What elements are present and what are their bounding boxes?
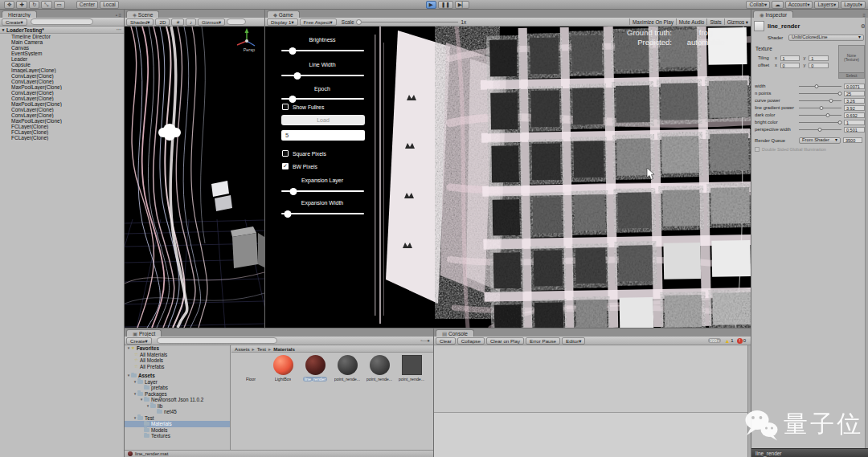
slider-knob[interactable] (289, 96, 297, 103)
account-button[interactable]: Account ▾ (785, 1, 813, 9)
aspect-dropdown[interactable]: Free Aspect ▾ (300, 18, 337, 26)
layout-button[interactable]: Layout ▾ (841, 1, 866, 9)
shader-dropdown[interactable]: Unlit/ColoredLine▾ (788, 35, 864, 41)
tree-item[interactable]: prefabs (125, 385, 230, 391)
tree-item[interactable]: ▾Test (125, 415, 230, 422)
cloud-icon[interactable]: ☁ (772, 1, 784, 9)
hierarchy-item[interactable]: MaxPoolLayer(Clone) (0, 84, 124, 90)
asset-point-render-1[interactable]: point_rende... (331, 355, 363, 382)
layers-button[interactable]: Layers ▾ (814, 1, 839, 9)
checkbox-icon[interactable] (282, 104, 289, 110)
dark-color-slider[interactable] (799, 112, 841, 118)
scene-search-input[interactable] (227, 18, 246, 25)
tab-scene[interactable]: ◈ Scene (126, 10, 159, 18)
space-button[interactable]: Local (100, 1, 119, 9)
slider-knob[interactable] (293, 72, 301, 80)
tree-item[interactable]: net45 (125, 409, 230, 415)
display-dropdown[interactable]: Display 1 ▾ (267, 18, 298, 26)
console-error-pause-button[interactable]: Error Pause (526, 337, 560, 345)
tree-item[interactable]: ▾lib (125, 403, 230, 410)
render-queue-value-field[interactable]: 3500 (843, 137, 862, 143)
scene-options-icon[interactable]: ⋯ (117, 27, 122, 33)
asset-line-render[interactable]: line_render (299, 355, 331, 382)
load-button[interactable]: Load (281, 115, 365, 125)
rotate-tool-icon[interactable]: ↻ (29, 1, 39, 9)
brightness-slider[interactable] (281, 50, 364, 51)
scene-header-row[interactable]: ▾ LoaderTesting* ⋯ (0, 27, 124, 34)
slider-knob[interactable] (290, 188, 297, 195)
show-fullres-checkbox[interactable]: Show Fullres (282, 104, 324, 110)
slider-knob[interactable] (285, 210, 292, 218)
asset-point-render-3[interactable]: point_rende... (395, 355, 428, 382)
bw-pixels-checkbox[interactable]: ✓ BW Pixels (282, 163, 317, 169)
tiling-y-field[interactable]: 1 (809, 55, 829, 61)
game-viewport[interactable]: Brightness Line Width Epoch Show Fullres… (265, 27, 751, 328)
tab-hierarchy[interactable]: Hierarchy (2, 10, 37, 18)
perspective-width-value-field[interactable]: 0.501 (844, 127, 865, 133)
mute-audio-button[interactable]: Mute Audio (679, 19, 705, 25)
hierarchy-item[interactable]: Canvas (0, 45, 124, 51)
persp-label[interactable]: Persp (244, 47, 255, 52)
hierarchy-item[interactable]: ConvLayer(Clone) (0, 79, 124, 84)
dark-color-value-field[interactable]: 0.692 (844, 112, 865, 118)
project-search-input[interactable] (157, 337, 277, 344)
asset-point-render-2[interactable]: point_rende... (363, 355, 395, 382)
epoch-input[interactable]: 5 (281, 130, 365, 141)
width-slider[interactable] (799, 83, 841, 89)
inspector-scrollbar[interactable] (865, 18, 868, 448)
texture-slot[interactable]: None (Texture) Select (838, 45, 865, 79)
project-create-button[interactable]: Create ▾ (126, 337, 152, 345)
console-clear-button[interactable]: Clear (436, 337, 456, 345)
2d-toggle[interactable]: 2D (155, 18, 170, 26)
width-value-field[interactable]: 0.0071 (844, 84, 865, 89)
tree-item-favorites[interactable]: ▾★Favorites (125, 345, 230, 352)
hierarchy-item[interactable]: ConvLayer(Clone) (0, 107, 124, 112)
info-count[interactable]: 999+ (708, 338, 721, 343)
render-queue-dropdown[interactable]: From Shader▾ (799, 137, 841, 144)
line-gradient-power-value-field[interactable]: 3.92 (844, 105, 865, 111)
move-tool-icon[interactable]: ✚ (16, 1, 27, 9)
hierarchy-item[interactable]: ConvLayer(Clone) (0, 73, 124, 79)
slider-knob[interactable] (289, 47, 297, 55)
stats-button[interactable]: Stats (710, 19, 721, 25)
error-count[interactable]: !0 (737, 338, 746, 344)
n-points-slider[interactable] (799, 90, 841, 96)
collab-button[interactable]: Collab ▾ (746, 1, 770, 9)
bright-color-slider[interactable] (799, 119, 841, 125)
tree-item[interactable]: ☆All Models (125, 357, 230, 364)
thumbnail-size-slider[interactable]: ▫—● (420, 338, 430, 343)
expansion-width-slider[interactable] (281, 213, 364, 214)
expansion-layer-slider[interactable] (281, 190, 364, 192)
line-width-slider[interactable] (281, 75, 364, 76)
breadcrumb[interactable]: Assets▸ Test▸ Materials (231, 345, 433, 353)
tiling-x-field[interactable]: 1 (780, 55, 800, 61)
hierarchy-item[interactable]: ConvLayer(Clone) (0, 112, 124, 118)
line-gradient-power-slider[interactable] (799, 104, 841, 111)
scale-tool-icon[interactable]: ⤡ (41, 1, 51, 9)
console-clear-on-play-button[interactable]: Clear on Play (486, 337, 524, 345)
rect-tool-icon[interactable]: ▭ (54, 1, 65, 9)
lighting-icon[interactable]: ☀ (171, 18, 184, 26)
pause-button[interactable]: ❚❚ (438, 1, 453, 9)
curve-power-value-field[interactable]: 3.26 (844, 98, 865, 104)
audio-icon[interactable]: ♪ (186, 18, 196, 26)
pivot-button[interactable]: Center (76, 1, 99, 9)
tree-item-assets[interactable]: ▾Assets (125, 373, 230, 379)
asset-lightbox[interactable]: LightBox (267, 355, 299, 382)
console-editor-dropdown[interactable]: Editor ▾ (562, 337, 585, 345)
n-points-value-field[interactable]: 25 (844, 91, 865, 96)
hierarchy-item[interactable]: FCLayer(Clone) (0, 129, 124, 135)
console-collapse-button[interactable]: Collapse (457, 337, 485, 345)
tree-item[interactable]: ☆All Materials (125, 352, 230, 358)
offset-x-field[interactable]: 0 (780, 63, 800, 68)
hierarchy-item[interactable]: FCLayer(Clone) (0, 124, 124, 129)
hierarchy-item[interactable]: Leader (0, 56, 124, 62)
curve-power-slider[interactable] (799, 97, 841, 104)
tab-inspector[interactable]: ◉ Inspector (753, 10, 793, 18)
hierarchy-item[interactable]: MaxPoolLayer(Clone) (0, 118, 124, 124)
hierarchy-item[interactable]: Timeline Director (0, 34, 124, 39)
hierarchy-item[interactable]: EventSystem (0, 51, 124, 56)
game-gizmos-dropdown[interactable]: Gizmos ▾ (727, 19, 748, 25)
hierarchy-item[interactable]: MaxPoolLayer(Clone) (0, 101, 124, 107)
checkbox-icon[interactable] (282, 150, 289, 157)
